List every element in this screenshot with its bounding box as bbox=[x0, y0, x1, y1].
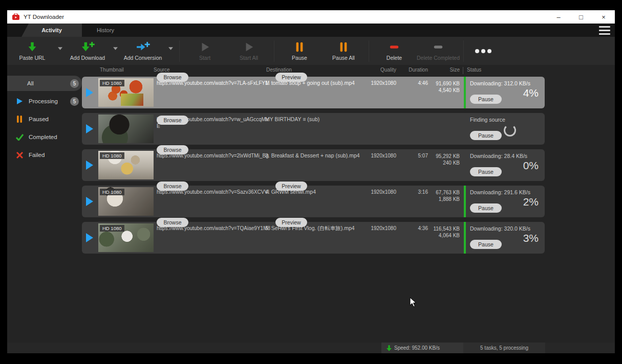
sidebar-item-processing[interactable]: Processing 5 bbox=[7, 94, 82, 109]
sidebar-item-all[interactable]: All 5 bbox=[7, 76, 82, 91]
row-play-icon[interactable] bbox=[82, 186, 97, 217]
toolbar-label: Start All bbox=[240, 55, 258, 61]
paste-url-icon bbox=[27, 41, 38, 53]
loading-spinner-icon bbox=[504, 124, 516, 136]
browse-button[interactable]: Browse bbox=[157, 116, 188, 125]
menu-icon[interactable] bbox=[599, 26, 610, 35]
paste-url-button[interactable]: Paste URL bbox=[10, 41, 54, 61]
add-download-button[interactable]: Add Download bbox=[66, 41, 110, 61]
header-divider bbox=[463, 67, 463, 74]
paste-url-dropdown-icon[interactable] bbox=[54, 47, 66, 50]
video-thumbnail: HD 1080 bbox=[98, 223, 154, 252]
video-thumbnail: HD 1080 bbox=[98, 187, 154, 216]
status-cell: Finding source Pause bbox=[469, 113, 545, 145]
mouse-cursor bbox=[410, 297, 417, 307]
tab-activity[interactable]: Activity bbox=[22, 24, 82, 37]
col-header-destination: Destination bbox=[266, 67, 292, 73]
count-badge: 5 bbox=[70, 79, 79, 88]
pause-button[interactable]: Pause bbox=[470, 203, 502, 213]
size-total: 95,292 KB bbox=[424, 153, 460, 160]
download-row[interactable]: HD 1080 https://www.youtube.com/watch?v=… bbox=[82, 149, 545, 181]
video-thumbnail: HD 1080 bbox=[98, 151, 154, 179]
browse-button[interactable]: Browse bbox=[157, 218, 188, 227]
quality-cell: 1920x1080 bbox=[367, 80, 396, 86]
start-all-button: Start All bbox=[227, 41, 271, 61]
sidebar-item-paused[interactable]: Paused bbox=[7, 111, 82, 127]
download-row[interactable]: https://www.youtube.com/watch?v=w_uAGccq… bbox=[82, 113, 545, 145]
start-all-icon bbox=[243, 41, 254, 53]
maximize-button[interactable]: □ bbox=[570, 10, 592, 24]
app-icon bbox=[12, 13, 20, 20]
row-play-icon[interactable] bbox=[82, 77, 97, 108]
pause-button[interactable]: Pause bbox=[470, 131, 502, 140]
count-badge: 5 bbox=[70, 97, 79, 106]
toolbar-label: Pause bbox=[292, 55, 307, 61]
paused-icon bbox=[15, 115, 24, 123]
row-play-icon[interactable] bbox=[82, 113, 97, 145]
add-conversion-button[interactable]: Add Conversion bbox=[121, 41, 165, 61]
sidebar-item-label: Failed bbox=[29, 152, 45, 158]
start-icon bbox=[199, 41, 210, 53]
pause-icon bbox=[294, 41, 305, 53]
size-done: 4,064 KB bbox=[424, 232, 460, 239]
destination-filename: 3. Breakfast & Dessert + nap (sub).mp4 bbox=[265, 152, 376, 159]
pause-all-icon bbox=[338, 41, 349, 53]
status-text: Downloading: 312.0 KB/s bbox=[470, 80, 530, 86]
status-cell: Downloading: 28.4 KB/s 0% Pause bbox=[469, 149, 545, 181]
progress-stripe bbox=[464, 186, 466, 217]
toolbar: Paste URL Add Download Add Conversion bbox=[7, 37, 615, 65]
delete-button[interactable]: Delete bbox=[372, 41, 416, 61]
toolbar-label: Delete bbox=[387, 55, 402, 61]
browse-button[interactable]: Browse bbox=[157, 181, 188, 191]
close-button[interactable]: × bbox=[592, 10, 615, 24]
pause-button-toolbar[interactable]: Pause bbox=[277, 41, 321, 61]
download-row[interactable]: HD 1080 https://www.youtube.com/watch?v=… bbox=[82, 222, 545, 254]
progress-stripe bbox=[464, 77, 466, 108]
pause-button[interactable]: Pause bbox=[470, 240, 502, 249]
processing-icon bbox=[15, 97, 24, 105]
add-conversion-dropdown-icon[interactable] bbox=[165, 47, 176, 50]
pause-button[interactable]: Pause bbox=[470, 95, 502, 104]
sidebar-item-failed[interactable]: Failed bbox=[7, 147, 82, 163]
title-bar: YT Downloader – □ × bbox=[7, 10, 615, 24]
browse-button[interactable]: Browse bbox=[157, 145, 188, 154]
table-header: Thumbnail Source Destination Quality Dur… bbox=[82, 65, 545, 76]
preview-button[interactable]: Preview bbox=[275, 218, 307, 227]
status-text: Downloading: 320.0 KB/s bbox=[470, 225, 530, 232]
window-title: YT Downloader bbox=[24, 14, 64, 20]
sidebar: All 5 Processing 5 Paused Completed bbox=[7, 76, 82, 165]
tab-bar: Activity History bbox=[7, 24, 615, 37]
failed-icon bbox=[15, 151, 24, 159]
col-header-quality: Quality bbox=[367, 67, 396, 73]
add-download-icon bbox=[80, 41, 95, 53]
row-play-icon[interactable] bbox=[82, 222, 97, 254]
toolbar-label: Add Conversion bbox=[124, 55, 162, 61]
pause-all-button[interactable]: Pause All bbox=[321, 41, 366, 61]
minimize-button[interactable]: – bbox=[547, 10, 570, 24]
add-download-dropdown-icon[interactable] bbox=[110, 47, 121, 50]
pause-button[interactable]: Pause bbox=[470, 167, 502, 176]
toolbar-label: Paste URL bbox=[19, 55, 46, 61]
row-play-icon[interactable] bbox=[82, 149, 97, 181]
download-row[interactable]: HD 1080 https://www.youtube.com/watch?v=… bbox=[82, 77, 545, 108]
status-bar: Speed: 952.00 KB/s 5 tasks, 5 processing bbox=[7, 343, 615, 353]
hd-badge: HD 1080 bbox=[100, 80, 124, 86]
download-row[interactable]: HD 1080 https://www.youtube.com/watch?v=… bbox=[82, 186, 545, 217]
completed-icon bbox=[15, 133, 24, 141]
browse-button[interactable]: Browse bbox=[157, 73, 188, 82]
download-list: HD 1080 https://www.youtube.com/watch?v=… bbox=[82, 77, 545, 254]
status-cell: Downloading: 320.0 KB/s 3% Pause bbox=[469, 222, 545, 254]
sidebar-item-completed[interactable]: Completed bbox=[7, 129, 82, 145]
size-total: 91,690 KB bbox=[424, 80, 460, 87]
destination-filename: MY BIRTHDAY ≡ (sub) bbox=[265, 116, 376, 123]
sidebar-item-label: Completed bbox=[29, 134, 57, 140]
more-button[interactable] bbox=[467, 49, 500, 54]
delete-icon bbox=[389, 41, 400, 53]
preview-button[interactable]: Preview bbox=[275, 181, 307, 191]
hd-badge: HD 1080 bbox=[100, 189, 124, 195]
preview-button[interactable]: Preview bbox=[275, 73, 307, 82]
speed-text: Speed: 952.00 KB/s bbox=[394, 345, 440, 351]
size-total: 116,543 KB bbox=[424, 225, 460, 232]
tab-history[interactable]: History bbox=[89, 24, 122, 37]
sidebar-item-label: All bbox=[27, 80, 34, 86]
